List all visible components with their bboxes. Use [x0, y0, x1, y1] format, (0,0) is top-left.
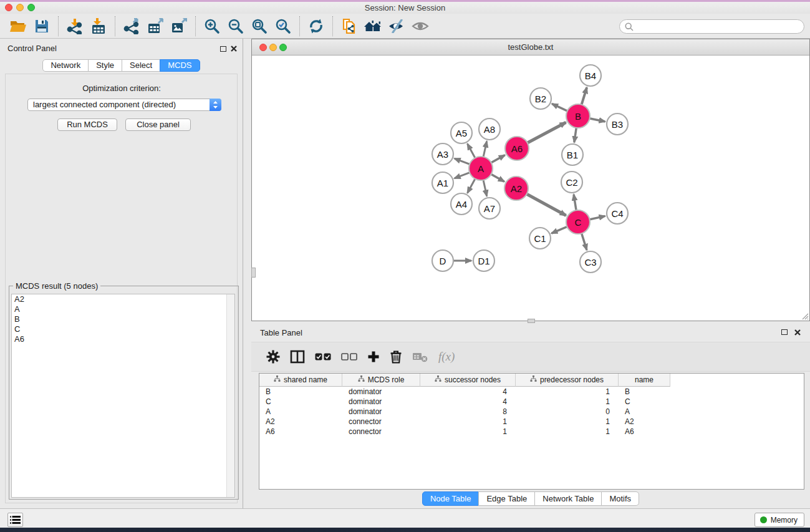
save-session-icon[interactable] [30, 16, 54, 36]
table-cell[interactable]: 4 [420, 387, 516, 397]
column-header-successor-nodes[interactable]: successor nodes [420, 374, 516, 387]
table-cell[interactable]: dominator [342, 407, 420, 417]
column-header-shared-name[interactable]: shared name [259, 374, 342, 387]
table-cell[interactable]: A6 [619, 427, 670, 437]
zoom-in-icon[interactable] [200, 16, 224, 36]
table-cell[interactable]: dominator [342, 397, 420, 407]
tab-network-table[interactable]: Network Table [534, 491, 602, 506]
resize-grip-icon[interactable] [800, 311, 809, 320]
split-view-icon[interactable] [290, 347, 305, 366]
mcds-result-item[interactable]: B [12, 314, 234, 324]
tab-network[interactable]: Network [42, 59, 89, 72]
mcds-result-item[interactable]: A [12, 304, 234, 314]
export-image-icon[interactable] [167, 16, 191, 36]
table-cell[interactable]: A6 [259, 427, 342, 437]
table-cell[interactable]: A2 [619, 417, 670, 427]
network-canvas[interactable]: B4B2BB3A5A8A6A3B1AA1C2A2A4A7C4CC1C3DD1 [252, 56, 809, 321]
column-settings-gear-icon[interactable] [266, 347, 280, 366]
zoom-network-window-button[interactable] [279, 44, 287, 51]
delete-table-icon[interactable] [412, 347, 428, 366]
close-panel-button[interactable]: Close panel [125, 118, 191, 131]
table-cell[interactable]: 1 [516, 417, 619, 427]
show-all-icon[interactable] [408, 16, 432, 36]
export-table-icon[interactable] [143, 16, 167, 36]
mcds-result-item[interactable]: A6 [12, 334, 234, 344]
minimize-window-button[interactable] [16, 4, 24, 11]
import-table-icon[interactable] [87, 16, 110, 36]
table-row[interactable]: Bdominator41B [259, 387, 804, 397]
mcds-result-item[interactable]: A2 [12, 294, 234, 304]
zoom-selected-icon[interactable] [271, 16, 295, 36]
memory-button[interactable]: Memory [755, 513, 804, 527]
criterion-dropdown[interactable]: largest connected component (directed) [27, 99, 221, 111]
network-window-titlebar[interactable]: testGlobe.txt [252, 39, 809, 56]
tab-style[interactable]: Style [88, 59, 122, 72]
table-cell[interactable]: C [259, 397, 342, 407]
table-cell[interactable]: 8 [420, 407, 516, 417]
float-panel-icon[interactable] [220, 46, 226, 52]
table-cell[interactable]: dominator [342, 387, 420, 397]
table-cell[interactable]: 1 [516, 387, 619, 397]
table-cell[interactable]: 0 [516, 407, 619, 417]
run-mcds-button[interactable]: Run MCDS [57, 118, 117, 131]
table-cell[interactable]: 1 [420, 427, 516, 437]
table-cell[interactable]: C [619, 397, 670, 407]
table-cell[interactable]: connector [342, 417, 420, 427]
deselect-all-checkboxes-icon[interactable] [341, 347, 357, 366]
splitter-grip[interactable] [251, 268, 256, 278]
column-header-MCDS-role[interactable]: MCDS role [342, 374, 420, 387]
tab-select[interactable]: Select [122, 59, 160, 72]
add-column-icon[interactable] [367, 347, 380, 366]
scrollbar-track[interactable] [226, 294, 234, 497]
function-builder-icon[interactable]: f(x) [438, 347, 455, 366]
table-cell[interactable]: B [619, 387, 670, 397]
node-label-B3: B3 [612, 119, 623, 130]
node-label-D: D [440, 256, 446, 266]
column-header-predecessor-nodes[interactable]: predecessor nodes [516, 374, 619, 387]
hide-selected-icon[interactable] [385, 16, 408, 36]
tab-edge-table[interactable]: Edge Table [478, 491, 535, 506]
table-row[interactable]: Adominator80A [259, 407, 804, 417]
copy-network-icon[interactable] [337, 16, 361, 36]
table-panel: Table Panel f(x) shared nameMCDS rolesuc… [251, 324, 810, 508]
table-cell[interactable]: 1 [516, 397, 619, 407]
export-network-icon[interactable] [120, 16, 143, 36]
toolbar-separator [332, 16, 333, 36]
float-table-panel-icon[interactable] [781, 329, 788, 335]
table-cell[interactable]: A [619, 407, 670, 417]
table-cell[interactable]: 4 [420, 397, 516, 407]
close-network-window-button[interactable] [259, 44, 267, 51]
open-session-icon[interactable] [6, 16, 30, 36]
close-window-button[interactable] [5, 4, 12, 11]
table-cell[interactable]: connector [342, 427, 420, 437]
node-label-A4: A4 [456, 199, 467, 210]
delete-columns-trash-icon[interactable] [390, 347, 402, 366]
mcds-result-item[interactable]: C [12, 324, 234, 334]
table-cell[interactable]: 1 [516, 427, 619, 437]
zoom-window-button[interactable] [27, 4, 35, 11]
close-panel-icon[interactable] [230, 45, 238, 52]
table-cell[interactable]: 1 [420, 417, 516, 427]
zoom-out-icon[interactable] [224, 16, 248, 36]
minimize-network-window-button[interactable] [269, 44, 277, 51]
zoom-fit-icon[interactable] [248, 16, 271, 36]
close-table-panel-icon[interactable] [794, 329, 801, 336]
column-header-name[interactable]: name [619, 374, 670, 387]
table-row[interactable]: A6connector11A6 [259, 427, 804, 437]
first-neighbors-icon[interactable] [361, 16, 385, 36]
task-history-button[interactable] [7, 513, 23, 527]
refresh-view-icon[interactable] [304, 16, 328, 36]
import-network-icon[interactable] [63, 16, 87, 36]
search-input[interactable] [637, 21, 804, 32]
table-cell[interactable]: B [259, 387, 342, 397]
tab-node-table[interactable]: Node Table [422, 491, 480, 506]
table-row[interactable]: Cdominator41C [259, 397, 804, 407]
table-cell[interactable]: A2 [259, 417, 342, 427]
tab-motifs[interactable]: Motifs [601, 491, 639, 506]
table-cell[interactable]: A [259, 407, 342, 417]
table-row[interactable]: A2connector11A2 [259, 417, 804, 427]
select-all-checkboxes-icon[interactable] [315, 347, 331, 366]
search-box[interactable] [619, 19, 804, 34]
splitter-grip[interactable] [528, 319, 535, 323]
tab-mcds[interactable]: MCDS [160, 59, 200, 72]
